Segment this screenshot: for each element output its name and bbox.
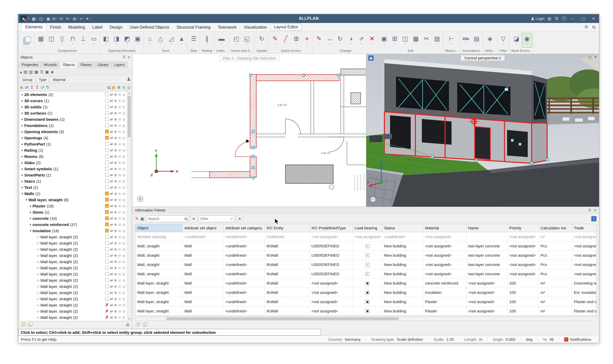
tree-ring-icon[interactable]: ◎ bbox=[122, 136, 125, 140]
tree-swap-icon[interactable]: ⇄ bbox=[110, 118, 113, 121]
tree-row[interactable]: ▱Wall layer, straight(2)✗⇄⊕⊘◎ bbox=[19, 314, 127, 320]
measure-icon[interactable]: ⊢▾ bbox=[446, 33, 457, 47]
entry-door[interactable] bbox=[475, 127, 490, 160]
tree-disable-icon[interactable]: ⊘ bbox=[118, 173, 121, 177]
tree-row[interactable]: ▸Rooms(8)⇄⊕⊘◎ bbox=[19, 153, 127, 159]
tree-row[interactable]: ▱Wall layer, straight(2)⇄⊕⊘◎ bbox=[19, 265, 127, 271]
percent-field[interactable]: %:36 bbox=[538, 337, 559, 342]
app-menu-button[interactable]: A bbox=[20, 15, 27, 22]
close-panel-icon[interactable]: ✕ bbox=[128, 55, 130, 59]
favorite-load-icon[interactable] bbox=[28, 322, 33, 328]
tree-disable-icon[interactable]: ⊘ bbox=[118, 235, 121, 239]
tree-globe-icon[interactable]: ⊕ bbox=[114, 155, 117, 158]
tree-ring-icon[interactable]: ◎ bbox=[122, 105, 125, 109]
tree-globe-icon[interactable]: ⊕ bbox=[114, 279, 117, 282]
tab-user-defined-objects[interactable]: User-Defined Objects bbox=[126, 23, 173, 31]
expand-arrow-icon[interactable]: ▸ bbox=[20, 124, 24, 127]
palette-info-icon[interactable]: i bbox=[591, 216, 596, 221]
house[interactable] bbox=[384, 59, 548, 164]
tree-row[interactable]: ▱Wall layer, straight(2)⇄⊕⊘◎ bbox=[19, 246, 127, 252]
tree-disable-icon[interactable]: ⊘ bbox=[118, 149, 121, 152]
tree-checkbox[interactable] bbox=[105, 266, 109, 270]
tree-disable-icon[interactable]: ⊘ bbox=[118, 99, 121, 102]
expand-arrow-icon[interactable]: ▸ bbox=[29, 217, 33, 220]
tree-disable-icon[interactable]: ⊘ bbox=[118, 279, 121, 282]
column-header-attribute-set-object[interactable]: Attribute set object bbox=[182, 224, 223, 232]
tree-disable-icon[interactable]: ⊘ bbox=[118, 272, 121, 276]
tag-view-icon[interactable]: ◈ bbox=[51, 70, 54, 74]
scale-field[interactable]: Scale:1:25 bbox=[428, 337, 459, 342]
tree-checkbox[interactable] bbox=[105, 142, 109, 146]
tree-ring-icon[interactable]: ◎ bbox=[122, 99, 125, 102]
tree-globe-icon[interactable]: ⊕ bbox=[114, 180, 117, 183]
tree-globe-icon[interactable]: ⊕ bbox=[114, 149, 117, 152]
tree-globe-icon[interactable]: ⊕ bbox=[114, 241, 117, 245]
tree-swap-icon[interactable]: ⇄ bbox=[110, 291, 113, 294]
tree-checkbox[interactable] bbox=[105, 167, 109, 171]
tree-checkbox[interactable]: ✓ bbox=[105, 198, 109, 201]
tree-swap-icon[interactable]: ⇄ bbox=[110, 93, 113, 96]
tree-ring-icon[interactable]: ◎ bbox=[122, 204, 125, 208]
tree-row[interactable]: ▱Wall layer, straight(2)⇄⊕⊘◎ bbox=[19, 271, 127, 277]
plan-compass-icon[interactable] bbox=[137, 196, 143, 202]
scroll-down-icon[interactable]: ▼ bbox=[127, 317, 131, 321]
tree-disable-icon[interactable]: ⊘ bbox=[118, 93, 121, 96]
tree-disable-icon[interactable]: ⊘ bbox=[118, 180, 121, 183]
tree-checkbox[interactable]: ✓ bbox=[105, 130, 109, 133]
tree-swap-icon[interactable]: ⇄ bbox=[110, 105, 113, 109]
viewport-restore-icon[interactable]: ▢ bbox=[588, 55, 592, 59]
tree-row[interactable]: ▸2D elements(2)⇄⊕⊘◎ bbox=[19, 91, 127, 98]
tree-swap-icon[interactable]: ⇄ bbox=[110, 204, 113, 208]
roof-plane-icon[interactable]: ⌂▾ bbox=[145, 33, 155, 47]
render-scene[interactable]: Z X bbox=[366, 54, 599, 207]
table-row[interactable]: Wall, straightWall<undefined>IfcWallUSER… bbox=[135, 241, 596, 250]
column-header-ifc-entity[interactable]: IFC Entity bbox=[265, 224, 309, 232]
tree-row[interactable]: ▱Wall layer, straight(2)⇄⊕⊘◎ bbox=[19, 283, 127, 289]
tree-checkbox[interactable] bbox=[105, 260, 109, 263]
tree-checkbox[interactable] bbox=[105, 179, 109, 183]
expand-arrow-icon[interactable]: ▸ bbox=[20, 167, 24, 171]
tree-disable-icon[interactable]: ⊘ bbox=[118, 217, 121, 220]
tree-ring-icon[interactable]: ◎ bbox=[122, 241, 125, 245]
clear-search-button[interactable]: ✕ bbox=[191, 216, 197, 222]
pin-icon[interactable] bbox=[122, 55, 126, 59]
tree-swap-icon[interactable]: ⇄ bbox=[110, 211, 113, 214]
table-row[interactable]: Wall layer, straightWall<undefined>IfcWa… bbox=[135, 297, 596, 306]
perspective-viewport[interactable]: ▣ Central perspective:1 ▢ ✕ bbox=[366, 54, 599, 207]
tree-ring-icon[interactable]: ◎ bbox=[122, 155, 125, 158]
tree-swap-icon[interactable]: ⇄ bbox=[110, 161, 113, 164]
panel-tab-planes[interactable]: Planes bbox=[78, 62, 94, 68]
tree-disable-icon[interactable]: ⊘ bbox=[118, 285, 121, 288]
tree-swap-icon[interactable]: ⇄ bbox=[110, 173, 113, 177]
duplicate-icon[interactable]: ⊞▾ bbox=[390, 33, 400, 47]
perspective-compass-icon[interactable] bbox=[370, 197, 376, 202]
tree-disable-icon[interactable]: ⊘ bbox=[118, 192, 121, 195]
tree-globe-icon[interactable]: ⊕ bbox=[114, 291, 117, 294]
expand-arrow-icon[interactable]: ▸ bbox=[20, 161, 24, 164]
handle-icon[interactable]: ⌖▾ bbox=[302, 33, 312, 47]
assign-attributes-icon[interactable]: ✎ bbox=[135, 217, 138, 221]
load-bearing-checkbox[interactable] bbox=[366, 300, 369, 304]
tree-checkbox[interactable]: ✓ bbox=[105, 192, 109, 195]
print-icon[interactable]: ⊟▾ bbox=[51, 15, 58, 22]
tree-ring-icon[interactable]: ◎ bbox=[122, 93, 125, 96]
tree-swap-icon[interactable]: ⇄ bbox=[110, 223, 113, 226]
load-bearing-checkbox[interactable]: ✓ bbox=[366, 263, 369, 267]
tree-globe-icon[interactable]: ⊕ bbox=[114, 118, 117, 121]
tree-globe-icon[interactable]: ⊕ bbox=[114, 211, 117, 214]
tree-disable-icon[interactable]: ⊘ bbox=[118, 124, 121, 127]
align-icon[interactable]: ◫▾ bbox=[400, 33, 410, 47]
tree-disable-icon[interactable]: ⊘ bbox=[118, 136, 121, 140]
info-pin-icon[interactable] bbox=[588, 208, 591, 212]
tree-globe-icon[interactable]: ⊕ bbox=[114, 229, 117, 232]
column-header-ifc-predefinedtype[interactable]: IFC PredefinedType bbox=[309, 224, 353, 232]
view-button-group[interactable]: Group bbox=[20, 77, 35, 83]
filter-field[interactable]: ▽ bbox=[199, 215, 235, 222]
tree-swap-icon[interactable]: ⇄ bbox=[110, 136, 113, 140]
ceiling-icon[interactable]: ▬▾ bbox=[216, 33, 227, 47]
tree-row[interactable]: ▸3D curves(1)⇄⊕⊘◎ bbox=[19, 98, 127, 104]
tree-globe-icon[interactable]: ⊕ bbox=[114, 260, 117, 263]
tree-ring-icon[interactable]: ◎ bbox=[122, 248, 125, 251]
tree-swap-icon[interactable]: ⇄ bbox=[110, 260, 113, 263]
tree-row[interactable]: ▸Plaster(16)✓⇄⊕⊘◎ bbox=[19, 203, 127, 209]
